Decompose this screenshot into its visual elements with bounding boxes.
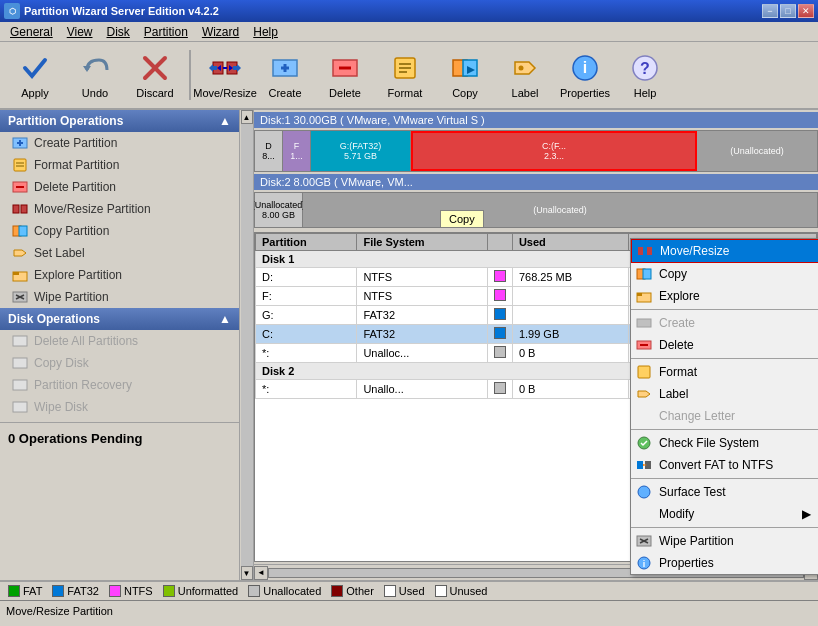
- discard-button[interactable]: Discard: [126, 46, 184, 104]
- sidebar-delete-partition[interactable]: Delete Partition: [0, 176, 239, 198]
- ctx-sep5: [631, 527, 818, 528]
- ctx-label[interactable]: Label: [631, 383, 818, 405]
- ctx-move-resize[interactable]: Move/Resize: [631, 239, 818, 263]
- vscroll-up[interactable]: ▲: [241, 110, 253, 124]
- svg-rect-46: [13, 336, 27, 346]
- context-menu: Move/Resize Copy Explore Create: [630, 238, 818, 575]
- help-button[interactable]: ? Help: [616, 46, 674, 104]
- disk1-part-c[interactable]: C:(F...2.3...: [411, 131, 697, 171]
- sidebar-move-resize-partition[interactable]: Move/Resize Partition: [0, 198, 239, 220]
- legend-fat: FAT: [8, 585, 42, 597]
- legend-unused: Unused: [435, 585, 488, 597]
- sidebar-format-partition[interactable]: Format Partition: [0, 154, 239, 176]
- delete-button[interactable]: Delete: [316, 46, 374, 104]
- ctx-sep3: [631, 429, 818, 430]
- fs-f: NTFS: [357, 287, 487, 306]
- ctx-check-fs[interactable]: Check File System: [631, 432, 818, 454]
- disk1-part-g[interactable]: G:(FAT32)5.71 GB: [311, 131, 411, 171]
- window-title: Partition Wizard Server Edition v4.2.2: [24, 5, 219, 17]
- ctx-modify[interactable]: Modify ▶: [631, 503, 818, 525]
- ctx-create-icon: [635, 314, 653, 332]
- legend-unformatted: Unformatted: [163, 585, 239, 597]
- ctx-surface-icon: [635, 483, 653, 501]
- legend-unused-label: Unused: [450, 585, 488, 597]
- label-button[interactable]: Label: [496, 46, 554, 104]
- set-label-icon: [12, 245, 28, 261]
- create-button[interactable]: Create: [256, 46, 314, 104]
- ctx-surface-test[interactable]: Surface Test: [631, 481, 818, 503]
- fs-unalloc: Unalloc...: [357, 344, 487, 363]
- color-fat32: [494, 308, 506, 320]
- label-label: Label: [512, 87, 539, 99]
- svg-rect-62: [637, 461, 643, 469]
- copy-button[interactable]: Copy: [436, 46, 494, 104]
- main-area: Partition Operations ▲ Create Partition …: [0, 110, 818, 580]
- sidebar: Partition Operations ▲ Create Partition …: [0, 110, 240, 580]
- apply-icon: [19, 52, 51, 84]
- svg-rect-55: [637, 293, 642, 296]
- maximize-button[interactable]: □: [780, 4, 796, 18]
- ctx-format[interactable]: Format: [631, 361, 818, 383]
- menu-help[interactable]: Help: [247, 23, 284, 41]
- ctx-sep1: [631, 309, 818, 310]
- legend-used-label: Used: [399, 585, 425, 597]
- disk1-part-f[interactable]: F1...: [283, 131, 311, 171]
- ctx-copy[interactable]: Copy: [631, 263, 818, 285]
- disk1-label-col: D8...: [255, 131, 283, 171]
- sidebar-wipe-partition[interactable]: Wipe Partition: [0, 286, 239, 308]
- sidebar-explore-partition[interactable]: Explore Partition: [0, 264, 239, 286]
- svg-rect-47: [13, 358, 27, 368]
- svg-rect-49: [13, 402, 27, 412]
- svg-point-65: [638, 486, 650, 498]
- legend-unused-color: [435, 585, 447, 597]
- properties-button[interactable]: i Properties: [556, 46, 614, 104]
- ctx-delete[interactable]: Delete: [631, 334, 818, 356]
- close-button[interactable]: ✕: [798, 4, 814, 18]
- move-resize-button[interactable]: Move/Resize: [196, 46, 254, 104]
- sidebar-partition-recovery[interactable]: Partition Recovery: [0, 374, 239, 396]
- status-text: Move/Resize Partition: [6, 605, 113, 617]
- format-button[interactable]: Format: [376, 46, 434, 104]
- title-bar: ⬡ Partition Wizard Server Edition v4.2.2…: [0, 0, 818, 22]
- disk2-visual: (Unallocated)8.00 GB (Unallocated): [254, 192, 818, 228]
- hscroll-left[interactable]: ◄: [254, 566, 268, 580]
- ctx-convert-icon: [635, 456, 653, 474]
- sidebar-set-label[interactable]: Set Label: [0, 242, 239, 264]
- ctx-wipe-partition[interactable]: Wipe Partition: [631, 530, 818, 552]
- menu-general[interactable]: General: [4, 23, 59, 41]
- undo-button[interactable]: Undo: [66, 46, 124, 104]
- vscroll-down[interactable]: ▼: [241, 566, 253, 580]
- disk2-part-unalloc[interactable]: (Unallocated): [303, 193, 817, 227]
- menu-wizard[interactable]: Wizard: [196, 23, 245, 41]
- ctx-label-icon: [635, 385, 653, 403]
- col-filesystem: File System: [357, 234, 487, 251]
- menu-view[interactable]: View: [61, 23, 99, 41]
- ctx-properties[interactable]: i Properties: [631, 552, 818, 574]
- menu-disk[interactable]: Disk: [101, 23, 136, 41]
- svg-marker-22: [515, 62, 535, 74]
- sidebar-create-partition[interactable]: Create Partition: [0, 132, 239, 154]
- svg-rect-59: [638, 366, 650, 378]
- sidebar-delete-all-partitions[interactable]: Delete All Partitions: [0, 330, 239, 352]
- sidebar-copy-disk[interactable]: Copy Disk: [0, 352, 239, 374]
- fs-disk2-unalloc: Unallo...: [357, 380, 487, 399]
- minimize-button[interactable]: −: [762, 4, 778, 18]
- format-icon: [389, 52, 421, 84]
- svg-text:i: i: [583, 59, 587, 76]
- legend-other: Other: [331, 585, 374, 597]
- part-unalloc: *:: [256, 344, 357, 363]
- ctx-explore[interactable]: Explore: [631, 285, 818, 307]
- col-color: [487, 234, 512, 251]
- sidebar-wipe-disk[interactable]: Wipe Disk: [0, 396, 239, 418]
- ctx-convert-fat[interactable]: Convert FAT to NTFS: [631, 454, 818, 476]
- toolbar-sep-1: [189, 50, 191, 100]
- svg-rect-36: [13, 205, 19, 213]
- disk1-part-unalloc[interactable]: (Unallocated): [697, 131, 817, 171]
- partition-ops-header: Partition Operations ▲: [0, 110, 239, 132]
- sidebar-copy-partition[interactable]: Copy Partition: [0, 220, 239, 242]
- menu-partition[interactable]: Partition: [138, 23, 194, 41]
- svg-marker-40: [14, 250, 26, 256]
- apply-button[interactable]: Apply: [6, 46, 64, 104]
- disk2-header: Disk:2 8.00GB ( VMware, VM...: [254, 174, 818, 190]
- format-partition-icon: [12, 157, 28, 173]
